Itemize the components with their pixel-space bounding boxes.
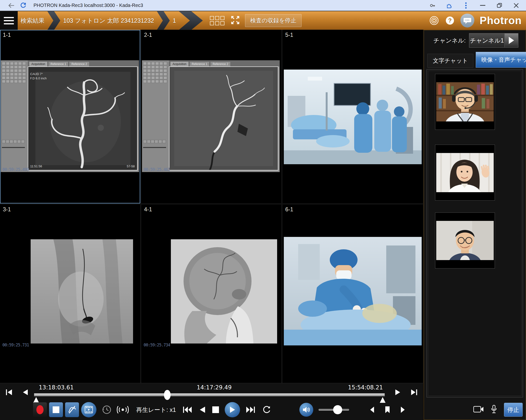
av-controls: 停止 bbox=[473, 403, 523, 417]
close-icon[interactable] bbox=[513, 2, 519, 9]
play-button[interactable] bbox=[225, 402, 240, 417]
channel-select[interactable]: チャンネル1 bbox=[469, 33, 518, 48]
playback-bar: 13:18:03.61 14:17:29.49 15:54:08.21 bbox=[0, 383, 423, 420]
browser-menu-icon[interactable] bbox=[463, 2, 469, 9]
timeline-start-time: 13:18:03.61 bbox=[39, 384, 74, 391]
svg-text:?: ? bbox=[448, 17, 452, 24]
refresh-icon[interactable] bbox=[20, 2, 26, 9]
video-panel-1-1[interactable]: 1-1 Acquisition Reference 1 Reference 2 bbox=[0, 30, 140, 204]
photron-logo: Photron bbox=[480, 15, 522, 27]
workstation-mini-transport[interactable] bbox=[2, 140, 25, 143]
tab-reference-2[interactable]: Reference 2 bbox=[210, 61, 231, 67]
participant-video-1[interactable] bbox=[435, 74, 495, 130]
timeline-next-frame-icon[interactable] bbox=[395, 389, 401, 397]
volume-handle[interactable] bbox=[333, 405, 342, 414]
timeline-skip-end-icon[interactable] bbox=[410, 389, 418, 397]
next-bookmark-button[interactable] bbox=[400, 406, 406, 413]
volume-slider[interactable] bbox=[319, 409, 349, 411]
triangle-right-icon bbox=[509, 37, 514, 44]
overlay-frames: 57-58 bbox=[127, 165, 135, 168]
video-chat-area bbox=[426, 69, 523, 398]
timeline-end-time: 15:54:08.21 bbox=[348, 384, 383, 391]
angio-workstation-window: Acquisition Reference 1 Reference 2 bbox=[1, 60, 139, 172]
chat-bubble-icon[interactable] bbox=[460, 14, 474, 28]
tab-acquisition[interactable]: Acquisition bbox=[170, 61, 189, 67]
stop-icon bbox=[53, 406, 59, 413]
tab-reference-1[interactable]: Reference 1 bbox=[189, 61, 210, 67]
breadcrumb-patient[interactable]: 103 フォトロン 太郎 2341231232 bbox=[60, 17, 157, 25]
stop-playback-button[interactable] bbox=[212, 406, 219, 413]
stop-record-button[interactable] bbox=[49, 402, 63, 417]
angiogram-lateral-art bbox=[169, 67, 278, 170]
angiogram-image-lateral bbox=[169, 67, 278, 170]
overlay-angle: CAUD 7° bbox=[30, 72, 43, 76]
window-title: PHOTRON Kada-Rec3 localhost:3000 - Kada-… bbox=[33, 3, 143, 8]
timeline-handle[interactable] bbox=[164, 390, 171, 400]
film-button[interactable] bbox=[81, 402, 96, 417]
breadcrumb-search-results[interactable]: 検索結果 bbox=[18, 17, 47, 25]
browser-titlebar: PHOTRON Kada-Rec3 localhost:3000 - Kada-… bbox=[0, 0, 526, 11]
history-clock-icon[interactable] bbox=[102, 405, 112, 415]
bookmark-icon[interactable] bbox=[384, 406, 390, 414]
timeline-track[interactable] bbox=[34, 393, 385, 396]
workstation-tool-palette[interactable] bbox=[1, 60, 28, 172]
chat-tabs: 文字チャット 映像・音声チャット bbox=[427, 52, 526, 68]
panel-label: 2-1 bbox=[144, 32, 152, 38]
participant-3-avatar bbox=[436, 221, 494, 260]
tab-reference-1[interactable]: Reference 1 bbox=[48, 61, 69, 67]
hamburger-menu-icon[interactable] bbox=[0, 11, 18, 30]
volume-button[interactable] bbox=[299, 403, 313, 417]
camera-icon[interactable] bbox=[473, 406, 484, 414]
playback-rate-label: 再生レート: x1 bbox=[136, 406, 176, 414]
participant-1-avatar bbox=[436, 82, 494, 121]
step-back-button[interactable] bbox=[199, 406, 206, 414]
annotation-off-button[interactable] bbox=[65, 402, 79, 417]
stop-exam-recording-button[interactable]: 検査の収録を停止 bbox=[245, 14, 301, 27]
overlay-fd: F.D 6.0 inch bbox=[30, 77, 47, 80]
fullscreen-icon[interactable] bbox=[231, 16, 240, 26]
workstation-tool-palette[interactable] bbox=[142, 60, 169, 172]
skip-forward-button[interactable] bbox=[246, 406, 255, 414]
stop-chat-button[interactable]: 停止 bbox=[504, 403, 523, 417]
participant-video-3[interactable] bbox=[435, 213, 495, 268]
operating-room-closeup-video bbox=[284, 237, 422, 345]
spiral-icon[interactable] bbox=[429, 15, 439, 26]
angiogram-frontal-art bbox=[28, 67, 137, 170]
back-icon[interactable] bbox=[8, 2, 14, 9]
timeline-skip-start-icon[interactable] bbox=[5, 389, 13, 397]
tab-text-chat[interactable]: 文字チャット bbox=[427, 54, 473, 68]
live-broadcast-icon[interactable] bbox=[117, 405, 129, 414]
channel-next-button[interactable] bbox=[505, 33, 518, 47]
panel-timecode: 00:59:25.734 bbox=[144, 342, 170, 347]
key-icon[interactable] bbox=[429, 2, 435, 9]
speaker-icon bbox=[303, 406, 310, 413]
skip-back-button[interactable] bbox=[182, 406, 192, 414]
tab-reference-2[interactable]: Reference 2 bbox=[69, 61, 89, 67]
video-panel-4-1[interactable]: 4-1 00:59:25.73 bbox=[141, 204, 282, 383]
video-panel-6-1[interactable]: 6-1 bbox=[282, 204, 423, 383]
timeline-prev-frame-icon[interactable] bbox=[22, 389, 28, 397]
minimize-icon[interactable] bbox=[480, 2, 486, 9]
panel-timecode: 00:59:25.461 bbox=[144, 167, 170, 172]
prev-bookmark-button[interactable] bbox=[369, 406, 374, 413]
restore-icon[interactable] bbox=[496, 2, 503, 9]
mic-icon[interactable] bbox=[491, 405, 497, 414]
breadcrumb-chevron-icon bbox=[179, 11, 203, 30]
panel-label: 1-1 bbox=[3, 32, 11, 38]
record-icon bbox=[36, 405, 44, 415]
record-button[interactable] bbox=[33, 402, 47, 417]
video-panel-3-1[interactable]: 3-1 00:59:25.731 bbox=[0, 204, 140, 383]
help-icon[interactable]: ? bbox=[445, 15, 455, 26]
tab-av-chat[interactable]: 映像・音声チャット bbox=[476, 52, 526, 68]
loop-button[interactable] bbox=[262, 405, 271, 414]
participant-video-2[interactable] bbox=[435, 145, 495, 201]
layout-grid-button[interactable] bbox=[210, 16, 224, 25]
tab-acquisition[interactable]: Acquisition bbox=[29, 61, 48, 67]
workstation-mini-transport[interactable] bbox=[143, 140, 166, 143]
operating-room-art bbox=[284, 69, 422, 164]
breadcrumb-study[interactable]: 1 bbox=[170, 17, 179, 24]
play-icon bbox=[229, 406, 235, 413]
extensions-icon[interactable] bbox=[446, 2, 452, 9]
video-panel-5-1[interactable]: 5-1 bbox=[282, 30, 423, 204]
video-panel-2-1[interactable]: 2-1 Acquisition Reference 1 Reference 2 bbox=[141, 30, 282, 204]
